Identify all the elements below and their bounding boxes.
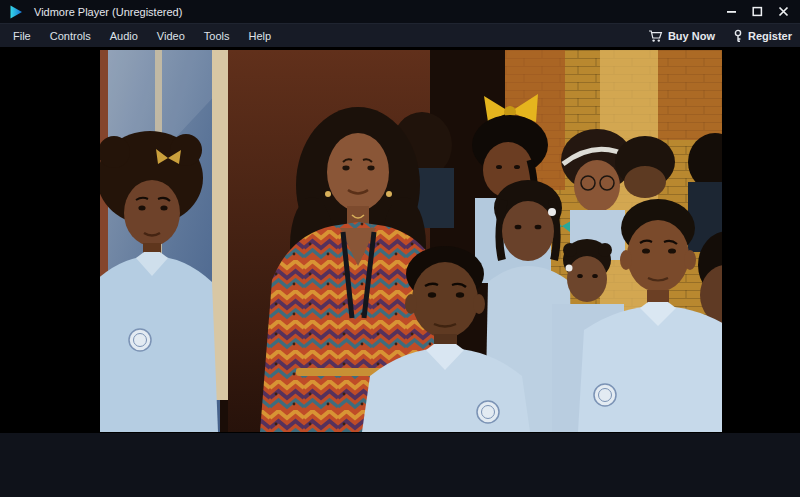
minimize-icon[interactable] <box>725 5 738 18</box>
close-icon[interactable] <box>777 5 790 18</box>
menu-controls[interactable]: Controls <box>50 30 91 42</box>
menu-audio[interactable]: Audio <box>110 30 138 42</box>
menu-help[interactable]: Help <box>248 30 271 42</box>
cart-icon <box>648 29 663 43</box>
app-logo-play-icon <box>8 4 24 20</box>
menu-right-actions: Buy Now Register <box>648 29 800 43</box>
menu-file[interactable]: File <box>13 30 31 42</box>
scene-child-girl-left <box>100 131 218 432</box>
maximize-icon[interactable] <box>751 5 764 18</box>
buy-now-button[interactable]: Buy Now <box>648 29 715 43</box>
window-title: Vidmore Player (Unregistered) <box>34 6 182 18</box>
buy-now-label: Buy Now <box>668 30 715 42</box>
seek-row: 00:00:00 00:00:08 <box>0 433 800 450</box>
menu-bar: File Controls Audio Video Tools Help Buy… <box>0 23 800 47</box>
menu-items: File Controls Audio Video Tools Help <box>0 30 271 42</box>
app-window: Vidmore Player (Unregistered) File Contr… <box>0 0 800 497</box>
register-button[interactable]: Register <box>733 29 792 43</box>
title-bar[interactable]: Vidmore Player (Unregistered) <box>0 0 800 23</box>
menu-video[interactable]: Video <box>157 30 185 42</box>
window-controls <box>725 5 790 18</box>
video-display-area[interactable] <box>0 47 800 433</box>
control-bar: Playing: My Video.webm Playlist <box>0 450 800 497</box>
video-frame[interactable] <box>100 50 722 432</box>
menu-tools[interactable]: Tools <box>204 30 230 42</box>
key-icon <box>733 29 743 43</box>
register-label: Register <box>748 30 792 42</box>
